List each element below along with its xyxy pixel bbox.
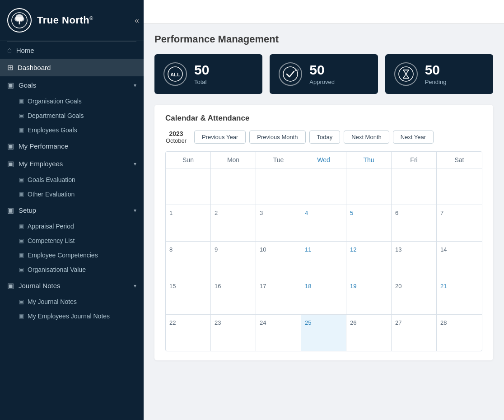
sidebar-item-appraisal-period-label: Appraisal Period bbox=[28, 223, 74, 230]
sidebar-item-my-journal[interactable]: ▣ My Journal Notes bbox=[0, 294, 144, 309]
sidebar-item-emp-comp[interactable]: ▣ Employee Competencies bbox=[0, 248, 144, 262]
home-icon: ⌂ bbox=[7, 46, 12, 54]
cal-cell-14[interactable]: 14 bbox=[437, 242, 482, 278]
cal-cell-8[interactable]: 8 bbox=[166, 242, 211, 278]
cal-cell-21[interactable]: 21 bbox=[437, 278, 482, 314]
appraisal-period-icon: ▣ bbox=[19, 223, 24, 229]
collapse-button[interactable]: « bbox=[135, 16, 139, 25]
sidebar-item-goals-label: Goals bbox=[19, 81, 36, 89]
cal-cell-5[interactable]: 5 bbox=[346, 205, 392, 241]
cal-cell-empty[interactable] bbox=[437, 168, 482, 205]
cal-cell-23[interactable]: 23 bbox=[211, 315, 256, 351]
sidebar-item-appraisal-period[interactable]: ▣ Appraisal Period bbox=[0, 219, 144, 233]
sidebar-item-emp-goals[interactable]: ▣ Employees Goals bbox=[0, 123, 144, 137]
sidebar-item-emp-comp-label: Employee Competencies bbox=[28, 252, 98, 259]
sidebar-item-other-eval[interactable]: ▣ Other Evaluation bbox=[0, 187, 144, 201]
topbar bbox=[144, 0, 504, 23]
journal-notes-arrow-icon: ▾ bbox=[134, 283, 136, 289]
main-content: Performance Management ALL 50 Total bbox=[144, 0, 504, 420]
calendar-week-4: 15 16 17 18 19 20 21 bbox=[166, 278, 482, 315]
sidebar-item-goals-eval[interactable]: ▣ Goals Evaluation bbox=[0, 173, 144, 187]
calendar-week-5: 22 23 24 25 26 27 28 bbox=[166, 315, 482, 351]
cal-cell-24[interactable]: 24 bbox=[256, 315, 301, 351]
cal-cell-empty[interactable] bbox=[346, 168, 392, 205]
cal-cell-empty[interactable] bbox=[256, 168, 301, 205]
sidebar-item-dept-goals[interactable]: ▣ Departmental Goals bbox=[0, 108, 144, 123]
cal-cell-25[interactable]: 25 bbox=[301, 315, 346, 351]
cal-cell-28[interactable]: 28 bbox=[437, 315, 482, 351]
weekday-wed: Wed bbox=[301, 152, 346, 168]
sidebar-item-home[interactable]: ⌂ Home bbox=[0, 42, 144, 59]
sidebar-item-my-performance[interactable]: ▣ My Performance bbox=[0, 137, 144, 155]
my-journal-icon: ▣ bbox=[19, 299, 24, 305]
pending-icon bbox=[398, 66, 414, 82]
sidebar-item-emp-journal[interactable]: ▣ My Employees Journal Notes bbox=[0, 309, 144, 323]
sidebar-item-journal-notes[interactable]: ▣ Journal Notes ▾ bbox=[0, 277, 144, 294]
stat-number-total: 50 bbox=[194, 63, 209, 77]
next-year-button[interactable]: Next Year bbox=[393, 131, 434, 144]
calendar-week-1 bbox=[166, 168, 482, 205]
stat-icon-pending bbox=[394, 62, 418, 86]
svg-point-3 bbox=[19, 17, 24, 22]
sidebar-item-org-goals[interactable]: ▣ Organisation Goals bbox=[0, 94, 144, 108]
emp-journal-icon: ▣ bbox=[19, 313, 24, 319]
stat-card-approved: 100% 50 Approved bbox=[270, 54, 378, 94]
cal-cell-16[interactable]: 16 bbox=[211, 278, 256, 314]
sidebar-item-org-value-label: Organisational Value bbox=[28, 266, 86, 273]
sidebar-item-dashboard[interactable]: ⊞ Dashboard bbox=[0, 59, 144, 76]
cal-cell-19[interactable]: 19 bbox=[346, 278, 392, 314]
cal-cell-empty[interactable] bbox=[211, 168, 256, 205]
stat-number-pending: 50 bbox=[425, 63, 447, 77]
org-value-icon: ▣ bbox=[19, 266, 24, 273]
cal-cell-4[interactable]: 4 bbox=[301, 205, 346, 241]
svg-text:ALL: ALL bbox=[170, 72, 180, 77]
cal-cell-1[interactable]: 1 bbox=[166, 205, 211, 241]
cal-cell-empty[interactable] bbox=[392, 168, 437, 205]
cal-cell-17[interactable]: 17 bbox=[256, 278, 301, 314]
cal-cell-3[interactable]: 3 bbox=[256, 205, 301, 241]
next-month-button[interactable]: Next Month bbox=[344, 131, 389, 144]
cal-cell-9[interactable]: 9 bbox=[211, 242, 256, 278]
cal-cell-2[interactable]: 2 bbox=[211, 205, 256, 241]
weekday-fri: Fri bbox=[392, 152, 437, 168]
emp-comp-icon: ▣ bbox=[19, 252, 24, 258]
other-eval-icon: ▣ bbox=[19, 191, 24, 197]
cal-cell-empty[interactable] bbox=[301, 168, 346, 205]
sidebar-item-my-journal-label: My Journal Notes bbox=[28, 298, 77, 305]
calendar-grid: Sun Mon Tue Wed Thu Fri Sat bbox=[165, 151, 482, 351]
prev-year-button[interactable]: Previous Year bbox=[194, 131, 246, 144]
calendar-year-month: 2023 October bbox=[165, 130, 187, 144]
cal-cell-22[interactable]: 22 bbox=[166, 315, 211, 351]
svg-text:100%: 100% bbox=[294, 68, 299, 72]
org-goals-icon: ▣ bbox=[19, 98, 24, 104]
cal-cell-26[interactable]: 26 bbox=[346, 315, 392, 351]
goals-icon: ▣ bbox=[7, 81, 14, 89]
sidebar-item-goals[interactable]: ▣ Goals ▾ bbox=[0, 76, 144, 94]
cal-cell-6[interactable]: 6 bbox=[392, 205, 437, 241]
sidebar-item-my-employees-label: My Employees bbox=[19, 160, 63, 168]
sidebar-item-setup[interactable]: ▣ Setup ▾ bbox=[0, 201, 144, 219]
calendar-year: 2023 bbox=[169, 130, 183, 137]
cal-cell-27[interactable]: 27 bbox=[392, 315, 437, 351]
stat-info-total: 50 Total bbox=[194, 63, 209, 85]
sidebar-item-my-employees[interactable]: ▣ My Employees ▾ bbox=[0, 155, 144, 173]
stat-label-approved: Approved bbox=[309, 79, 335, 85]
today-button[interactable]: Today bbox=[309, 131, 341, 144]
approved-icon: 100% bbox=[282, 66, 299, 82]
cal-cell-11[interactable]: 11 bbox=[301, 242, 346, 278]
cal-cell-15[interactable]: 15 bbox=[166, 278, 211, 314]
cal-cell-10[interactable]: 10 bbox=[256, 242, 301, 278]
cal-cell-empty[interactable] bbox=[166, 168, 211, 205]
sidebar-item-competency-list[interactable]: ▣ Competency List bbox=[0, 233, 144, 248]
cal-cell-20[interactable]: 20 bbox=[392, 278, 437, 314]
prev-month-button[interactable]: Previous Month bbox=[249, 131, 305, 144]
cal-cell-7[interactable]: 7 bbox=[437, 205, 482, 241]
setup-arrow-icon: ▾ bbox=[134, 207, 136, 214]
sidebar-item-emp-goals-label: Employees Goals bbox=[28, 126, 77, 134]
cal-cell-18[interactable]: 18 bbox=[301, 278, 346, 314]
cal-cell-13[interactable]: 13 bbox=[392, 242, 437, 278]
cal-cell-12[interactable]: 12 bbox=[346, 242, 392, 278]
sidebar-item-org-value[interactable]: ▣ Organisational Value bbox=[0, 262, 144, 277]
calendar-week-2: 1 2 3 4 5 6 7 bbox=[166, 205, 482, 242]
weekday-tue: Tue bbox=[256, 152, 301, 168]
